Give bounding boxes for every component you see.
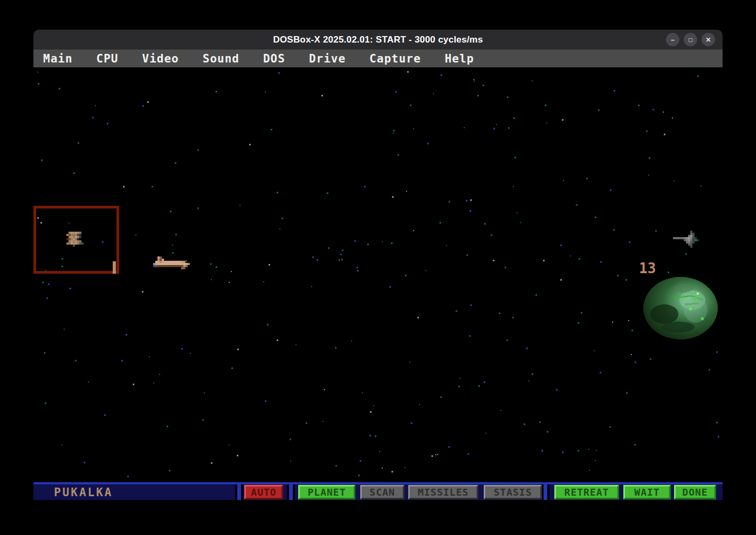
star: [626, 392, 628, 394]
star: [673, 180, 675, 182]
menu-item-cpu[interactable]: CPU: [97, 52, 119, 65]
star: [556, 389, 558, 391]
star: [269, 264, 270, 266]
menu-bar: MainCPUVideoSoundDOSDriveCaptureHelp: [33, 50, 723, 67]
star: [514, 157, 516, 158]
star: [483, 85, 484, 86]
star: [543, 260, 545, 261]
star: [441, 397, 442, 398]
star: [393, 133, 394, 134]
close-button[interactable]: ✕: [702, 33, 715, 46]
star: [367, 244, 369, 245]
star: [578, 322, 579, 324]
menu-item-capture[interactable]: Capture: [369, 52, 421, 65]
star: [484, 381, 485, 383]
star: [560, 279, 562, 281]
star: [517, 212, 518, 213]
star: [153, 383, 154, 384]
star: [38, 83, 39, 85]
missiles-button[interactable]: MISSILES: [408, 485, 478, 499]
done-button[interactable]: DONE: [674, 485, 716, 499]
player-flagship-sprite: [66, 232, 86, 247]
scan-button[interactable]: SCAN: [360, 485, 404, 499]
retreat-button[interactable]: RETREAT: [554, 485, 619, 499]
star: [539, 421, 541, 423]
star: [716, 422, 718, 423]
star: [528, 380, 530, 381]
hud-separator: [287, 484, 295, 500]
star: [629, 241, 630, 243]
title-bar[interactable]: DOSBox-X 2025.02.01: START - 3000 cycles…: [33, 30, 723, 50]
star: [512, 317, 514, 318]
star: [477, 95, 479, 96]
planet-button[interactable]: PLANET: [298, 485, 355, 499]
star: [570, 255, 571, 256]
escort-ship-sprite: [153, 256, 190, 269]
star: [135, 234, 136, 235]
star: [59, 88, 60, 89]
star: [459, 378, 461, 379]
star: [279, 228, 280, 230]
menu-item-sound[interactable]: Sound: [203, 52, 239, 65]
star: [545, 105, 546, 106]
star: [324, 389, 325, 390]
star: [322, 421, 324, 422]
star: [265, 92, 266, 93]
star: [513, 117, 515, 119]
star: [456, 310, 457, 312]
star: [435, 454, 436, 455]
star: [375, 435, 376, 437]
star: [612, 322, 613, 323]
star: [397, 154, 399, 156]
star: [470, 210, 471, 212]
star: [709, 369, 710, 371]
menu-item-help[interactable]: Help: [445, 52, 475, 65]
star: [277, 339, 278, 341]
star: [617, 275, 618, 276]
star: [563, 180, 564, 181]
star: [44, 352, 45, 353]
star: [464, 127, 465, 128]
star: [84, 462, 85, 463]
star: [149, 356, 150, 357]
star: [312, 256, 314, 258]
star: [468, 453, 469, 455]
stasis-button[interactable]: STASIS: [484, 485, 542, 499]
star: [586, 178, 588, 179]
star: [646, 130, 648, 132]
menu-item-video[interactable]: Video: [142, 52, 179, 65]
menu-item-dos[interactable]: DOS: [263, 52, 285, 65]
star: [133, 384, 134, 385]
auto-button[interactable]: AUTO: [244, 485, 283, 499]
star: [588, 449, 589, 450]
planet-label: 13: [639, 260, 656, 276]
star: [458, 386, 460, 387]
menu-item-main[interactable]: Main: [43, 52, 73, 65]
star: [697, 75, 699, 77]
star: [614, 90, 615, 92]
game-viewport: 13 PUKALKA AUTOPLANETSCANMISSILESSTASISR…: [33, 67, 723, 500]
star: [417, 317, 419, 318]
star: [542, 451, 543, 452]
maximize-button[interactable]: □: [684, 33, 697, 46]
star: [650, 358, 651, 360]
menu-item-drive[interactable]: Drive: [309, 52, 346, 65]
star: [357, 270, 359, 272]
star: [172, 252, 174, 254]
star: [437, 454, 438, 455]
star: [107, 123, 108, 124]
star: [88, 381, 89, 383]
star: [231, 367, 233, 369]
star: [404, 467, 406, 468]
star: [351, 341, 352, 342]
star: [95, 105, 96, 106]
star: [73, 172, 75, 174]
star: [126, 334, 127, 336]
star: [431, 455, 433, 457]
star: [147, 101, 149, 103]
star: [626, 279, 627, 281]
wait-button[interactable]: WAIT: [623, 485, 671, 499]
minimize-button[interactable]: –: [666, 33, 679, 46]
star: [499, 312, 500, 314]
star: [493, 128, 495, 129]
